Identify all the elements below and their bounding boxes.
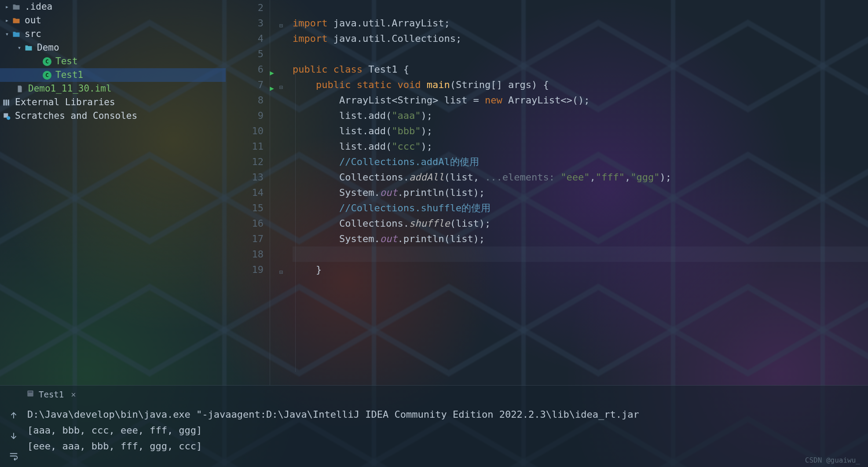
line-number[interactable]: 2: [226, 0, 264, 15]
run-toolbar[interactable]: [0, 404, 27, 467]
tree-label: out: [25, 14, 41, 27]
ide-window: ▸ .idea ▸ out ▾ src ▾ Demo C Test C Test…: [0, 0, 868, 467]
code-line[interactable]: list.add("aaa");: [293, 108, 868, 123]
code-area[interactable]: import java.util.ArrayList; import java.…: [270, 0, 868, 385]
tree-node-test1[interactable]: C Test1: [0, 68, 226, 82]
svg-rect-5: [29, 392, 33, 393]
tree-node-idea[interactable]: ▸ .idea: [0, 0, 226, 14]
line-number[interactable]: 11: [226, 139, 264, 154]
tree-node-src[interactable]: ▾ src: [0, 27, 226, 41]
code-line[interactable]: }: [293, 262, 868, 277]
svg-rect-0: [4, 99, 5, 105]
tree-node-scratches[interactable]: Scratches and Consoles: [0, 109, 226, 123]
tree-label: Test1: [55, 68, 83, 82]
folder-icon: [11, 29, 21, 39]
code-line[interactable]: list.add("bbb");: [293, 123, 868, 139]
libraries-icon: [2, 98, 11, 107]
line-number[interactable]: 15: [226, 200, 264, 216]
package-icon: [24, 43, 33, 53]
indent-guide: [295, 70, 296, 372]
line-number[interactable]: 6▶: [226, 62, 264, 77]
code-line[interactable]: import java.util.Collections;: [293, 31, 868, 46]
run-tab-label: Test1: [39, 390, 64, 399]
close-icon[interactable]: ×: [71, 390, 76, 399]
line-number[interactable]: 9: [226, 108, 264, 123]
code-line[interactable]: list.add("ccc");: [293, 139, 868, 154]
code-line[interactable]: Collections.shuffle(list);: [293, 216, 868, 231]
line-number[interactable]: 5: [226, 46, 264, 62]
svg-rect-4: [27, 390, 33, 397]
tree-label: Scratches and Consoles: [15, 109, 137, 123]
folder-icon: [11, 2, 21, 12]
line-number[interactable]: 4: [226, 31, 264, 46]
code-line[interactable]: public static void main(String[] args) {: [293, 77, 868, 92]
folder-icon: [11, 16, 21, 26]
run-tab-bar[interactable]: Test1 ×: [0, 386, 868, 404]
tree-node-out[interactable]: ▸ out: [0, 14, 226, 27]
tree-node-external-libraries[interactable]: External Libraries: [0, 96, 226, 109]
console-output[interactable]: D:\Java\develop\bin\java.exe "-javaagent…: [27, 404, 868, 467]
scratches-icon: [2, 111, 11, 121]
tree-node-iml[interactable]: Demo1_11_30.iml: [0, 82, 226, 96]
code-line[interactable]: public class Test1 {: [293, 62, 868, 77]
run-tab[interactable]: Test1 ×: [21, 387, 81, 403]
tree-label: .idea: [25, 0, 52, 14]
code-line[interactable]: System.out.println(list);: [293, 185, 868, 200]
project-tree[interactable]: ▸ .idea ▸ out ▾ src ▾ Demo C Test C Test…: [0, 0, 226, 385]
code-line[interactable]: [293, 0, 868, 15]
code-line[interactable]: System.out.println(list);: [293, 231, 868, 246]
line-number[interactable]: 19⊟: [226, 262, 264, 277]
line-number[interactable]: 13: [226, 169, 264, 185]
iml-file-icon: [15, 84, 25, 94]
main-split: ▸ .idea ▸ out ▾ src ▾ Demo C Test C Test…: [0, 0, 868, 385]
run-tool-window[interactable]: Test1 × D:\Java\develop\bin\java.exe "-j…: [0, 385, 868, 467]
chevron-right-icon: ▸: [3, 14, 11, 27]
scroll-up-icon[interactable]: [8, 410, 19, 421]
line-number[interactable]: 14: [226, 185, 264, 200]
tree-label: Demo1_11_30.iml: [28, 82, 112, 96]
tree-label: Demo: [37, 41, 59, 55]
chevron-down-icon: ▾: [15, 41, 24, 55]
soft-wrap-icon[interactable]: [8, 451, 19, 461]
scroll-down-icon[interactable]: [8, 430, 19, 441]
watermark: CSDN @guaiwu_: [805, 456, 860, 464]
code-line[interactable]: ArrayList<String> list = new ArrayList<>…: [293, 92, 868, 108]
code-line[interactable]: [293, 246, 868, 262]
code-editor[interactable]: 2 3⊟ 4 5 6▶ 7▶⊟ 8 9 10 11 12 13 14 15 16…: [226, 0, 868, 385]
svg-point-3: [7, 116, 10, 120]
svg-rect-1: [6, 99, 7, 105]
line-number[interactable]: 18: [226, 246, 264, 262]
application-icon: [26, 390, 34, 399]
line-number[interactable]: 12: [226, 154, 264, 169]
line-number[interactable]: 7▶⊟: [226, 77, 264, 92]
tree-label: External Libraries: [15, 96, 115, 109]
tree-label: Test: [55, 55, 78, 68]
line-number[interactable]: 16: [226, 216, 264, 231]
run-body: D:\Java\develop\bin\java.exe "-javaagent…: [0, 404, 868, 467]
code-line[interactable]: Collections.addAll(list, ...elements: "e…: [293, 169, 868, 185]
editor-gutter[interactable]: 2 3⊟ 4 5 6▶ 7▶⊟ 8 9 10 11 12 13 14 15 16…: [226, 0, 270, 385]
code-line[interactable]: [293, 46, 868, 62]
line-number[interactable]: 8: [226, 92, 264, 108]
svg-rect-2: [8, 99, 9, 105]
code-line[interactable]: import java.util.ArrayList;: [293, 15, 868, 31]
chevron-down-icon: ▾: [3, 27, 11, 41]
tree-node-test[interactable]: C Test: [0, 55, 226, 68]
line-number[interactable]: 3⊟: [226, 15, 264, 31]
java-class-icon: C: [42, 57, 52, 66]
tree-node-demo[interactable]: ▾ Demo: [0, 41, 226, 55]
line-number[interactable]: 17: [226, 231, 264, 246]
tree-label: src: [25, 27, 41, 41]
code-line[interactable]: //Collections.shuffle的使用: [293, 200, 868, 216]
line-number[interactable]: 10: [226, 123, 264, 139]
java-class-icon: C: [42, 70, 52, 80]
code-line[interactable]: //Collections.addAl的使用: [293, 154, 868, 169]
chevron-right-icon: ▸: [3, 0, 11, 14]
